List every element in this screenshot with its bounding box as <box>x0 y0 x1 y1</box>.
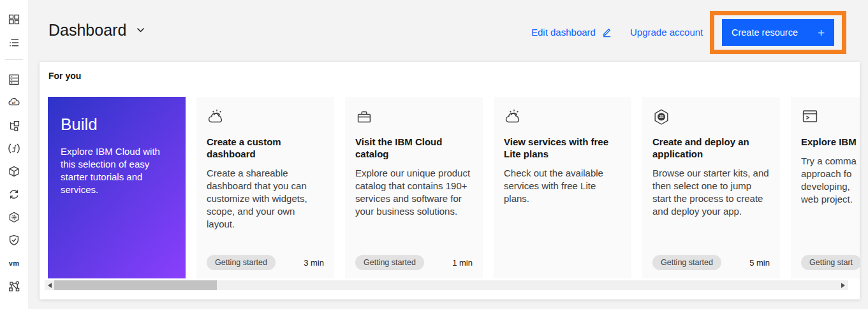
duration-label: 1 min <box>452 258 473 268</box>
card-title: Create a custom dashboard <box>207 136 324 160</box>
partly-cloudy-icon <box>207 108 324 127</box>
description-line: Try a comma <box>801 155 860 168</box>
card-lite-plans[interactable]: View services with free Lite plans Check… <box>494 97 631 278</box>
js-hexagon-icon: JS <box>652 108 770 127</box>
category-badge: Getting started <box>207 255 276 270</box>
card-create-deploy-app[interactable]: JS Create and deploy an application Brow… <box>642 97 780 278</box>
sync-icon[interactable] <box>8 188 20 201</box>
network-graph-icon[interactable] <box>8 280 20 292</box>
create-resource-label: Create resource <box>732 27 798 38</box>
card-description: Browse our starter kits, and then select… <box>652 167 770 218</box>
content-panel: For you Build Explore IBM Cloud with thi… <box>40 62 860 299</box>
card-description: Explore IBM Cloud with this selection of… <box>61 145 175 196</box>
left-sidebar: cf <box>0 0 28 309</box>
card-build[interactable]: Build Explore IBM Cloud with this select… <box>48 97 186 278</box>
partly-cloudy-icon <box>504 108 621 127</box>
card-description: Try a comma approach fo developing, web … <box>801 155 860 206</box>
horizontal-scrollbar[interactable] <box>45 280 848 290</box>
list-icon[interactable] <box>8 36 20 49</box>
sidebar-divider <box>5 59 23 60</box>
catalog-icon <box>355 108 473 127</box>
card-title: Build <box>61 115 173 134</box>
card-footer: Getting started 1 min <box>355 255 473 270</box>
card-footer: Getting started 5 min <box>652 255 770 270</box>
page-header: Dashboard <box>48 21 145 40</box>
card-title: View services with free Lite plans <box>504 136 621 160</box>
vm-icon[interactable]: vm <box>8 257 20 269</box>
card-footer: Getting start <box>801 255 860 270</box>
page-title: Dashboard <box>48 21 126 40</box>
description-line: approach fo <box>801 168 860 180</box>
card-create-custom-dashboard[interactable]: Create a custom dashboard Create a share… <box>196 97 334 278</box>
section-title: For you <box>48 71 81 81</box>
dashboard-grid-icon[interactable] <box>8 13 20 26</box>
terminal-icon <box>801 108 860 127</box>
chevron-down-icon[interactable] <box>136 27 145 33</box>
card-description: Check out the available services with fr… <box>504 167 621 205</box>
card-title: Explore IBM <box>801 136 860 148</box>
functions-icon[interactable] <box>8 142 20 155</box>
plus-icon: + <box>818 27 825 39</box>
edit-dashboard-label: Edit dashboard <box>531 27 596 38</box>
upgrade-account-label: Upgrade account <box>630 27 703 38</box>
cards-row: Build Explore IBM Cloud with this select… <box>48 97 860 278</box>
description-line: developing, <box>801 180 860 193</box>
package-icon[interactable] <box>8 165 20 178</box>
cloud-foundry-icon[interactable]: cf <box>8 96 20 109</box>
category-badge: Getting started <box>652 255 721 270</box>
duration-label: 3 min <box>304 258 324 268</box>
category-badge: Getting start <box>801 255 860 270</box>
card-explore-ibm[interactable]: Explore IBM Try a comma approach fo deve… <box>791 97 860 278</box>
svg-text:cf: cf <box>12 101 16 104</box>
registry-hexagon-icon[interactable] <box>8 211 20 224</box>
description-line: web project. <box>801 193 860 206</box>
card-title: Visit the IBM Cloud catalog <box>355 136 473 160</box>
annotation-highlight-box: Create resource + <box>710 11 846 54</box>
card-title: Create and deploy an application <box>652 136 770 160</box>
create-resource-button[interactable]: Create resource + <box>722 19 834 46</box>
upgrade-account-link[interactable]: Upgrade account <box>630 27 703 38</box>
stack-icon[interactable] <box>8 73 20 86</box>
shield-check-icon[interactable] <box>8 234 20 247</box>
svg-text:JS: JS <box>659 115 664 119</box>
edit-pencil-icon <box>601 27 612 38</box>
flow-icon[interactable] <box>8 119 20 132</box>
category-badge: Getting started <box>355 255 424 270</box>
duration-label: 5 min <box>749 258 770 268</box>
card-description: Explore our unique product catalog that … <box>355 167 473 218</box>
scroll-right-arrow-icon[interactable] <box>841 283 845 288</box>
card-visit-catalog[interactable]: Visit the IBM Cloud catalog Explore our … <box>345 97 483 278</box>
scroll-left-arrow-icon[interactable] <box>48 283 52 288</box>
card-description: Create a shareable dashboard that you ca… <box>207 167 324 231</box>
scrollbar-thumb[interactable] <box>54 280 217 290</box>
edit-dashboard-link[interactable]: Edit dashboard <box>531 27 612 38</box>
card-footer: Getting started 3 min <box>207 255 324 270</box>
